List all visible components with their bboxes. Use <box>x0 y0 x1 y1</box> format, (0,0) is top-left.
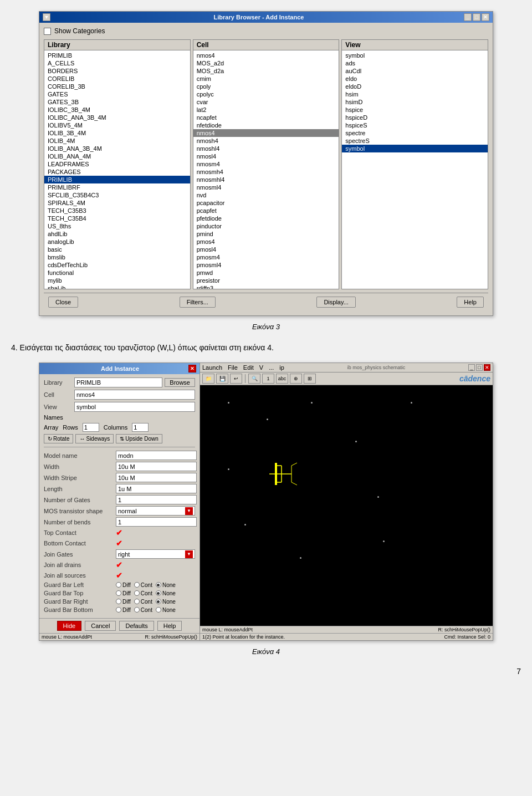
menu-launch[interactable]: Launch <box>202 364 222 371</box>
cancel-button[interactable]: Cancel <box>85 621 116 631</box>
guard-left-cont[interactable]: Cont <box>134 582 152 588</box>
radio-right-diff-circle[interactable] <box>116 599 121 604</box>
cell-list-item[interactable]: nmosml4 <box>193 183 339 191</box>
cell-list-item[interactable]: pmwd <box>193 269 339 277</box>
library-list-item[interactable]: SPIRALS_4M <box>44 199 190 207</box>
library-list-item[interactable]: functional <box>44 269 190 277</box>
library-list-item[interactable]: PRIMLIBRF <box>44 183 190 191</box>
cell-list-item[interactable]: pinductor <box>193 222 339 230</box>
win-scroll-btn[interactable]: ▼ <box>43 13 50 21</box>
library-list-item[interactable]: sbaLib <box>44 284 190 289</box>
width-stripe-input[interactable] <box>116 473 197 482</box>
toolbar-folder-icon[interactable]: 📁 <box>202 374 214 384</box>
schematic-canvas[interactable] <box>200 385 493 626</box>
library-list-item[interactable]: SFCLIB_C35B4C3 <box>44 191 190 199</box>
guard-left-none[interactable]: None <box>156 582 176 588</box>
hide-button[interactable]: Hide <box>57 621 82 631</box>
menu-file[interactable]: File <box>228 364 238 371</box>
help-button[interactable]: Help <box>457 297 484 308</box>
sideways-button[interactable]: ↔ Sideways <box>75 434 114 443</box>
columns-input[interactable] <box>132 423 149 432</box>
cell-list-item[interactable]: nfetdiode <box>193 121 339 129</box>
radio-right-none-circle[interactable] <box>156 599 161 604</box>
toolbar-save-icon[interactable]: 💾 <box>216 374 228 384</box>
cell-input[interactable] <box>74 390 195 400</box>
mos-shape-arrow[interactable]: ▼ <box>185 507 193 515</box>
join-drains-check[interactable]: ✔ <box>116 560 122 569</box>
library-list-item[interactable]: PRIMLIB <box>44 52 190 59</box>
library-list-item[interactable]: LEADFRAMES <box>44 160 190 168</box>
cell-list-item[interactable]: pmosml4 <box>193 261 339 269</box>
filters-button[interactable]: Filters... <box>180 297 216 308</box>
library-list-item[interactable]: TECH_C35B3 <box>44 207 190 215</box>
view-list-item[interactable]: eldo <box>342 75 488 83</box>
model-name-input[interactable] <box>116 451 197 460</box>
cell-list-item[interactable]: nmosl4 <box>193 152 339 160</box>
view-input[interactable] <box>74 402 195 412</box>
library-list-item[interactable]: CORELIB_3B <box>44 83 190 90</box>
radio-top-cont-circle[interactable] <box>134 590 140 596</box>
view-list[interactable]: symboladsauCdleldoeldoDhsimhsimDhspicehs… <box>342 50 488 289</box>
cell-list-item[interactable]: nvd <box>193 191 339 199</box>
defaults-button[interactable]: Defaults <box>119 621 154 631</box>
library-list-item[interactable]: BORDERS <box>44 67 190 75</box>
num-gates-input[interactable] <box>116 495 197 504</box>
toolbar-connect-icon[interactable]: ⊕ <box>290 374 302 384</box>
library-list-item[interactable]: US_8ths <box>44 222 190 230</box>
cell-list-item[interactable]: rdiffn3 <box>193 284 339 289</box>
toolbar-undo-icon[interactable]: ↩ <box>230 374 242 384</box>
sch-close-btn[interactable]: ✕ <box>484 364 490 371</box>
cell-list-item[interactable]: presistor <box>193 277 339 284</box>
rotate-button[interactable]: ↻ Rotate <box>44 434 73 443</box>
cell-list-item[interactable]: nmosm4 <box>193 160 339 168</box>
cell-list-item[interactable]: lat2 <box>193 106 339 114</box>
cell-list[interactable]: nmos4MOS_a2dMOS_d2acmimcpolycpolyccvarla… <box>193 50 339 289</box>
library-list-item[interactable]: GATES <box>44 90 190 98</box>
radio-right-cont-circle[interactable] <box>134 599 140 604</box>
cell-list-item[interactable]: cpoly <box>193 83 339 90</box>
cell-list-item[interactable]: cmim <box>193 75 339 83</box>
cell-list-item[interactable]: nmoshl4 <box>193 145 339 152</box>
library-list-item[interactable]: ahdlLib <box>44 230 190 238</box>
join-sources-check[interactable]: ✔ <box>116 571 122 580</box>
help-button[interactable]: Help <box>157 621 182 631</box>
library-list-item[interactable]: IOLIB_3B_4M <box>44 129 190 137</box>
toolbar-grid-icon[interactable]: ⊞ <box>304 374 316 384</box>
view-list-item[interactable]: symbol <box>342 52 488 59</box>
radio-diff-circle[interactable] <box>116 582 121 588</box>
library-list-item[interactable]: IOLIBV5_4M <box>44 121 190 129</box>
library-list-item[interactable]: IOLIB_4M <box>44 137 190 145</box>
cell-list-item[interactable]: nmosmh4 <box>193 168 339 176</box>
view-list-item[interactable]: spectreS <box>342 137 488 145</box>
cell-list-item[interactable]: nmos4 <box>193 129 339 137</box>
radio-none-circle[interactable] <box>156 582 161 588</box>
library-list-item[interactable]: mylib <box>44 277 190 284</box>
rows-input[interactable] <box>83 423 99 432</box>
view-list-item[interactable]: auCdl <box>342 67 488 75</box>
close-button[interactable]: Close <box>48 297 78 308</box>
radio-bot-cont-circle[interactable] <box>134 607 140 613</box>
cell-list-item[interactable]: pmosm4 <box>193 253 339 261</box>
upside-down-button[interactable]: ⇅ Upside Down <box>116 434 162 443</box>
minimize-btn[interactable]: _ <box>464 13 472 21</box>
menu-v[interactable]: V <box>259 364 263 371</box>
library-list-item[interactable]: TECH_C35B4 <box>44 215 190 222</box>
library-list-item[interactable]: GATES_3B <box>44 98 190 106</box>
radio-top-none-circle[interactable] <box>156 590 161 596</box>
library-list-item[interactable]: cdsDefTechLib <box>44 261 190 269</box>
cell-list-item[interactable]: nmosh4 <box>193 137 339 145</box>
library-list-item[interactable]: PRIMLIB <box>44 176 190 183</box>
library-list-item[interactable]: analogLib <box>44 238 190 246</box>
cell-list-item[interactable]: pmos4 <box>193 238 339 246</box>
menu-edit[interactable]: Edit <box>243 364 254 371</box>
library-list-item[interactable]: IOLIB_ANA_3B_4M <box>44 145 190 152</box>
cell-list-item[interactable]: ncapfet <box>193 114 339 121</box>
library-list-item[interactable]: IOLIB_ANA_4M <box>44 152 190 160</box>
cell-list-item[interactable]: MOS_a2d <box>193 59 339 67</box>
view-list-item[interactable]: spectre <box>342 129 488 137</box>
toolbar-zoom-icon[interactable]: 🔍 <box>248 374 260 384</box>
view-list-item[interactable]: ads <box>342 59 488 67</box>
library-list-item[interactable]: CORELIB <box>44 75 190 83</box>
bottom-contact-check[interactable]: ✔ <box>116 539 122 548</box>
cell-list-item[interactable]: nmos4 <box>193 52 339 59</box>
